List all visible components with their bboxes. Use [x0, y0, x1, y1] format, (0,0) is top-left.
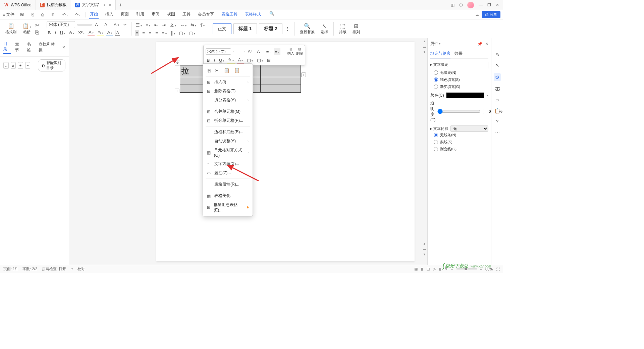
ctx-paste-icon[interactable]: 📋 [224, 68, 229, 73]
italic-icon[interactable]: I [54, 30, 57, 36]
ft-italic-icon[interactable]: I [213, 57, 216, 63]
menu-page[interactable]: 页面 [120, 10, 129, 19]
window-minimize-button[interactable]: — [479, 3, 483, 7]
lp-tab-bookmark[interactable]: 书签 [27, 42, 35, 53]
status-words[interactable]: 字数: 2/2 [22, 266, 37, 271]
tab-document[interactable]: W 文字文稿1 • × [71, 0, 116, 10]
scroll-up2-icon[interactable]: ▲ [423, 242, 426, 245]
align-justify-icon[interactable]: ≡ [154, 30, 159, 36]
lp-remove-button[interactable]: − [25, 62, 31, 69]
ctx-cell-align[interactable]: ▦单元格对齐方式(G)› [203, 146, 253, 159]
view-web-icon[interactable]: ◫ [426, 267, 430, 271]
user-avatar[interactable] [467, 2, 474, 8]
ft-underline-icon[interactable]: U▾ [218, 57, 225, 63]
ft-border-icon[interactable]: ▢▾ [256, 57, 264, 63]
tab-icon[interactable]: ⇆▾ [190, 22, 197, 28]
ctx-paste-special-icon[interactable]: 📋 [234, 68, 240, 73]
ft-size-select[interactable] [233, 51, 245, 52]
bold-icon[interactable]: B [47, 30, 52, 36]
export-icon[interactable]: ⎘ [30, 11, 36, 18]
menu-table-tools[interactable]: 表格工具 [221, 10, 238, 19]
rp-fill-none[interactable]: 无填充(N) [430, 69, 488, 76]
ft-insert-button[interactable]: ⊞插入 [287, 47, 294, 56]
view-page-icon[interactable]: ▯ [421, 267, 423, 271]
lp-up-button[interactable]: ∧ [11, 62, 16, 69]
lp-collapse-button[interactable]: ⌄ [3, 62, 9, 69]
rp-line-grad[interactable]: 渐变线(G) [430, 146, 488, 153]
arrange-icon[interactable]: ⬚ [340, 23, 345, 29]
menu-insert[interactable]: 插入 [105, 10, 114, 19]
strip-edit-icon[interactable]: ✎ [495, 52, 499, 57]
rp-fill-grad[interactable]: 渐变填充(G) [430, 83, 488, 90]
rp-fill-swatch[interactable] [488, 62, 488, 68]
shrink-font-icon[interactable]: A⁻ [103, 21, 111, 28]
ctx-merge-cells[interactable]: ⊞合并单元格(M) [203, 107, 253, 116]
view-read-icon[interactable]: ▯ [439, 267, 441, 271]
ctx-border-shading[interactable]: 边框和底纹(B)... [203, 128, 253, 137]
align-center-icon[interactable]: ≡ [141, 30, 146, 36]
status-proof[interactable]: 校对 [77, 266, 85, 271]
indent-icon[interactable]: ⇥ [161, 22, 167, 28]
scroll-down-icon[interactable]: ▼ [423, 50, 426, 54]
ctx-table-properties[interactable]: 表格属性(R)... [203, 180, 253, 189]
lp-add-button[interactable]: + [18, 62, 23, 69]
align-right-icon[interactable]: ≡ [148, 30, 153, 36]
menu-hamburger[interactable]: ≡ 文件 [3, 12, 14, 17]
ctx-cut-icon[interactable]: ✂ [215, 68, 219, 73]
window-maximize-button[interactable]: ❐ [487, 3, 491, 7]
ctx-delete-table[interactable]: ⊟删除表格(T) [203, 87, 253, 96]
menu-start[interactable]: 开始 [89, 10, 99, 19]
ft-delete-button[interactable]: ⊟删除 [296, 47, 303, 56]
view-grid-icon[interactable]: ▦ [414, 267, 418, 271]
strip-clipboard-icon[interactable]: 📋 [494, 108, 500, 113]
ctx-copy-icon[interactable]: ⎘ [208, 68, 210, 73]
shading-icon[interactable]: A▾ [106, 29, 113, 36]
scroll-down2-icon[interactable]: ▼ [423, 253, 426, 256]
rp-tab-fill[interactable]: 填充与轮廓 [430, 49, 450, 58]
ft-shrink-icon[interactable]: A⁻ [256, 48, 263, 55]
ft-bold-icon[interactable]: B [206, 57, 211, 63]
scroll-marker-icon[interactable]: ▬ [423, 45, 426, 48]
ctx-text-direction[interactable]: ↕文字方向(X)... [203, 159, 253, 168]
align-left-icon[interactable]: ≡ [135, 30, 140, 36]
strip-collapse-icon[interactable]: — [495, 41, 500, 46]
superscript-icon[interactable]: X²▾ [77, 30, 86, 36]
line-spacing-icon[interactable]: ‖▾ [170, 30, 176, 36]
rp-line-solid[interactable]: 实线(S) [430, 139, 488, 146]
phonetic-icon[interactable]: 文▾ [169, 21, 177, 29]
para-shading-icon[interactable]: ▢▾ [178, 30, 186, 36]
rp-opacity-slider[interactable] [437, 109, 481, 114]
styles-more-icon[interactable]: ⋮ [284, 26, 291, 32]
font-color-icon[interactable]: A▾ [88, 29, 95, 36]
lp-tab-toc[interactable]: 目录 [3, 41, 11, 54]
cut-icon[interactable]: ✂ [35, 22, 40, 29]
share-button[interactable]: 凸 分享 [482, 11, 500, 18]
strip-help-icon[interactable]: ? [496, 119, 499, 124]
grow-font-icon[interactable]: A⁺ [94, 21, 101, 28]
menu-member[interactable]: 会员专享 [197, 10, 215, 19]
rp-color-swatch[interactable] [446, 92, 484, 98]
align-distribute-icon[interactable]: ≡▾ [161, 30, 168, 36]
status-page[interactable]: 页面: 1/1 [3, 266, 18, 271]
rp-outline-select[interactable]: 无 [450, 126, 488, 132]
strip-properties-icon[interactable]: ⚙ [494, 73, 501, 81]
table-add-col-handle[interactable]: + [301, 72, 306, 77]
sort-icon[interactable]: ⊞ [354, 23, 358, 29]
ctx-batch-summary[interactable]: ⊞批量汇总表格(E)... [203, 200, 253, 214]
ft-list-icon[interactable]: ≡▾ [265, 48, 272, 55]
style-h1[interactable]: 标题 1 [233, 23, 257, 34]
window-close-button[interactable]: ✕ [496, 3, 499, 7]
rp-line-none[interactable]: 无线条(N) [430, 132, 488, 139]
reader-mode-icon[interactable]: ◫ [451, 3, 454, 7]
strip-more-icon[interactable]: ⋯ [495, 130, 500, 135]
menu-tools[interactable]: 工具 [182, 10, 191, 19]
scroll-up-icon[interactable]: ▲ [423, 40, 426, 43]
tab-close-button[interactable]: × [108, 2, 111, 8]
bullets-icon[interactable]: ☰▾ [135, 22, 143, 28]
ft-merge-icon[interactable]: ⊞ [266, 57, 272, 63]
table-move-handle[interactable]: ✥ [175, 60, 180, 65]
ft-grow-icon[interactable]: A⁺ [247, 48, 254, 55]
style-normal[interactable]: 正文 [213, 23, 231, 34]
table-add-row-handle[interactable]: + [175, 89, 179, 93]
scroll-page-icon[interactable]: ▬ [423, 247, 426, 251]
